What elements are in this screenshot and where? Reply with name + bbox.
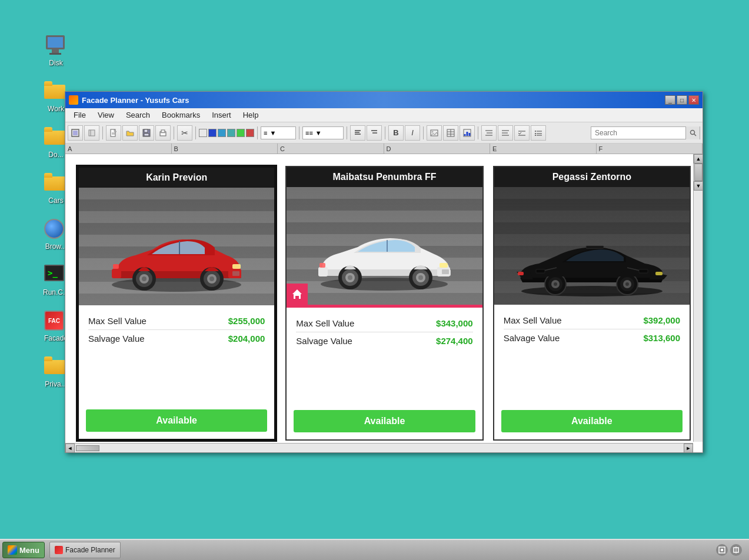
svg-rect-9 (144, 129, 148, 132)
color-teal[interactable] (227, 129, 235, 137)
color-green[interactable] (237, 129, 245, 137)
app-icon (69, 95, 78, 105)
max-sell-value-zentorno: $392,000 (643, 315, 680, 325)
menu-help[interactable]: Help (237, 109, 265, 121)
system-tray (716, 544, 747, 556)
color-white[interactable] (199, 129, 207, 137)
toolbar-img[interactable] (427, 125, 442, 141)
salvage-label-zentorno: Salvage Value (504, 333, 560, 343)
menu-bookmarks[interactable]: Bookmarks (156, 109, 206, 121)
toolbar-align2[interactable] (367, 125, 382, 141)
tray-icon-1[interactable] (716, 544, 728, 556)
scroll-left-button[interactable]: ◄ (65, 444, 75, 453)
start-menu-button[interactable]: Menu (2, 542, 45, 558)
car-card-karin-previon[interactable]: Karin Previon (77, 166, 276, 441)
toolbar-sep-2 (174, 126, 174, 139)
max-sell-value-maibatsu: $343,000 (436, 318, 473, 328)
search-button[interactable] (685, 126, 700, 139)
toolbar-chart[interactable] (460, 125, 475, 141)
scroll-down-button[interactable]: ▼ (694, 181, 703, 191)
toolbar-sep-1 (102, 126, 103, 139)
scrollbar-vertical[interactable]: ▲ ▼ (693, 154, 703, 442)
taskbar: Menu Facade Planner (0, 539, 749, 560)
salvage-value-maibatsu: $274,400 (436, 336, 473, 346)
column-headers: A B C D E F (65, 144, 703, 154)
window-title: Facade Planner - Yusufs Cars (82, 96, 665, 105)
car-detail-max-sell-maibatsu: Max Sell Value $343,000 (296, 315, 472, 332)
car-card-maibatsu[interactable]: Maibatsu Penumbra FF (285, 166, 483, 441)
svg-line-44 (694, 134, 696, 136)
desktop-icon-disk[interactable]: Disk (35, 35, 76, 67)
search-input[interactable] (591, 129, 685, 137)
close-button[interactable]: ✕ (688, 95, 699, 105)
start-icon (8, 545, 17, 555)
svg-rect-2 (89, 130, 95, 136)
available-btn-karin[interactable]: Available (86, 409, 267, 432)
toolbar-bold[interactable]: B (388, 125, 404, 141)
toolbar-sep-5 (299, 126, 299, 139)
toolbar-btn-2[interactable] (84, 125, 99, 141)
svg-rect-51 (232, 264, 241, 269)
house-badge (287, 284, 308, 305)
menu-search[interactable]: Search (120, 109, 156, 121)
toolbar-sep-7 (385, 126, 385, 139)
toolbar-cut[interactable]: ✂ (177, 125, 192, 141)
toolbar-btn-1[interactable] (68, 125, 83, 141)
toolbar-open[interactable] (122, 125, 138, 141)
toolbar-align1[interactable] (350, 125, 365, 141)
col-header-f: F (597, 144, 703, 154)
toolbar: ✂ ≡ ▼ ≡≡ ▼ (65, 122, 703, 144)
svg-point-40 (535, 133, 536, 134)
scroll-right-button[interactable]: ► (684, 444, 693, 453)
toolbar-table[interactable] (443, 125, 458, 141)
car-svg-karin (100, 223, 253, 299)
svg-point-89 (625, 282, 629, 286)
color-blue2[interactable] (218, 129, 226, 137)
toolbar-list1[interactable] (514, 125, 530, 141)
toolbar-sep-4 (257, 126, 258, 139)
toolbar-italic[interactable]: I (405, 125, 420, 141)
taskbar-window-label: Facade Planner (65, 546, 115, 554)
scroll-up-button[interactable]: ▲ (694, 154, 703, 164)
car-detail-max-sell-karin: Max Sell Value $255,000 (88, 312, 265, 329)
font-size-dropdown[interactable]: ≡ ▼ (261, 126, 296, 139)
toolbar-indent2[interactable] (498, 125, 513, 141)
menu-file[interactable]: File (68, 109, 92, 121)
svg-point-42 (535, 135, 536, 136)
toolbar-indent1[interactable] (481, 125, 497, 141)
tray-icon-2[interactable] (730, 544, 742, 556)
salvage-value-karin: $204,000 (228, 334, 265, 344)
max-sell-label-maibatsu: Max Sell Value (296, 318, 354, 328)
car-card-zentorno[interactable]: Pegassi Zentorno (493, 166, 691, 441)
toolbar-print[interactable] (155, 125, 171, 141)
scroll-h-thumb[interactable] (76, 445, 99, 451)
color-buttons (199, 129, 254, 137)
car-svg-zentorno (510, 229, 674, 300)
taskbar-window-facade[interactable]: Facade Planner (49, 542, 121, 558)
menu-view[interactable]: View (92, 109, 120, 121)
svg-rect-84 (536, 269, 545, 273)
maximize-button[interactable]: □ (677, 95, 687, 105)
toolbar-list2[interactable] (531, 125, 546, 141)
salvage-label-maibatsu: Salvage Value (296, 336, 352, 346)
available-btn-zentorno[interactable]: Available (501, 410, 683, 432)
car-detail-salvage-maibatsu: Salvage Value $274,400 (296, 332, 472, 349)
toolbar-new[interactable] (106, 125, 121, 141)
svg-rect-68 (319, 263, 325, 268)
minimize-button[interactable]: _ (665, 95, 675, 105)
car-title-karin: Karin Previon (79, 168, 274, 188)
scroll-thumb[interactable] (694, 164, 703, 181)
available-btn-maibatsu[interactable]: Available (294, 410, 475, 432)
format-dropdown[interactable]: ≡≡ ▼ (302, 126, 344, 139)
toolbar-save[interactable] (139, 125, 154, 141)
color-blue[interactable] (208, 129, 217, 137)
svg-rect-66 (318, 267, 328, 276)
svg-point-79 (521, 286, 663, 296)
menu-insert[interactable]: Insert (206, 109, 237, 121)
max-sell-value-karin: $255,000 (228, 316, 265, 326)
svg-rect-50 (112, 269, 121, 278)
svg-point-72 (418, 275, 423, 280)
svg-point-43 (690, 130, 694, 134)
scrollbar-horizontal[interactable]: ◄ ► (65, 443, 693, 452)
color-red[interactable] (246, 129, 254, 137)
